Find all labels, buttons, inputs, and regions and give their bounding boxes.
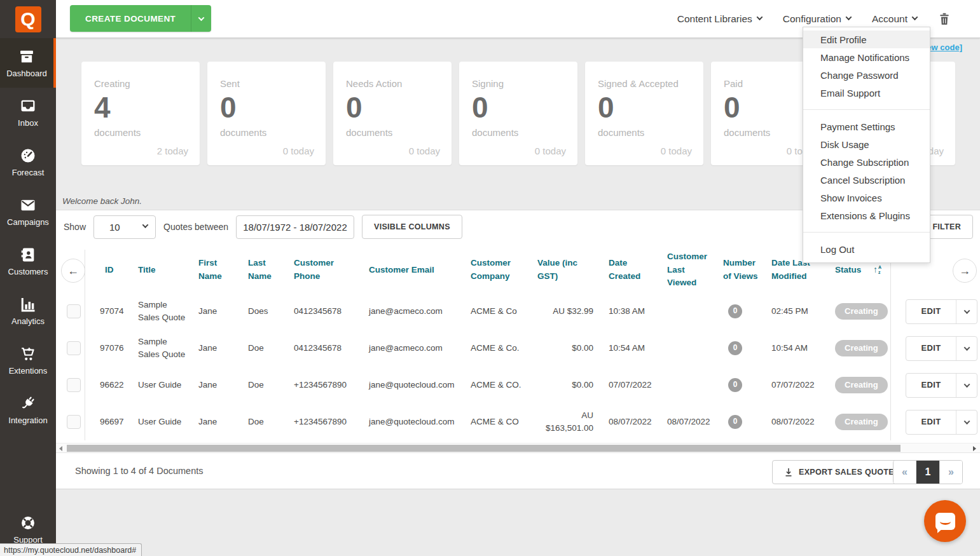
column-header-views[interactable]: Number of Views — [714, 257, 763, 283]
column-header-id[interactable]: ID — [85, 264, 129, 277]
date-range-input[interactable]: 18/07/1972 - 18/07/2022 — [236, 215, 354, 239]
app-logo[interactable]: Q — [0, 0, 56, 38]
sidebar-item-support[interactable]: Support — [0, 510, 56, 548]
edit-dropdown-toggle[interactable] — [956, 300, 977, 323]
scrollbar-left-arrow-icon[interactable] — [59, 446, 62, 451]
sidebar-item-customers[interactable]: Customers — [0, 236, 56, 286]
menu-divider — [803, 109, 930, 110]
column-header-first-name[interactable]: First Name — [190, 257, 239, 283]
pagination-current-page[interactable]: 1 — [916, 461, 939, 484]
sidebar-item-dashboard[interactable]: Dashboard — [0, 38, 56, 88]
edit-dropdown-toggle[interactable] — [956, 410, 977, 434]
pagination: « 1 » — [893, 460, 963, 484]
cell-id: 96697 — [85, 416, 129, 428]
nav-account[interactable]: Account — [872, 13, 917, 25]
cell-actions: EDIT — [890, 299, 980, 324]
sidebar-item-inbox[interactable]: Inbox — [0, 88, 56, 137]
row-checkbox[interactable] — [67, 378, 81, 392]
cell-last-name: Does — [239, 305, 285, 318]
menu-item-show-invoices[interactable]: Show Invoices — [803, 189, 930, 207]
menu-item-change-subscription[interactable]: Change Subscription — [803, 153, 930, 171]
edit-button[interactable]: EDIT — [906, 336, 977, 361]
table-row: 97076 Sample Sales Quote Jane Doe 041234… — [56, 330, 980, 367]
cell-email: jane@acmeco.com — [360, 305, 462, 318]
cell-value: $0.00 — [528, 379, 600, 391]
column-header-title[interactable]: Title — [129, 264, 190, 277]
account-dropdown-menu: Edit Profile Manage Notifications Change… — [803, 27, 930, 263]
pagination-prev-button[interactable]: « — [894, 461, 916, 484]
sidebar-item-label: Extentions — [9, 366, 48, 376]
stat-card-sent: Sent 0 documents 0 today — [207, 62, 326, 165]
menu-item-extensions-plugins[interactable]: Extensions & Plugins — [803, 207, 930, 224]
chat-launcher-button[interactable] — [924, 500, 966, 542]
export-sales-quotes-button[interactable]: EXPORT SALES QUOTES — [772, 460, 912, 484]
views-badge: 0 — [728, 304, 742, 318]
edit-dropdown-toggle[interactable] — [956, 374, 977, 397]
chevron-down-icon — [198, 15, 205, 21]
nav-content-libraries[interactable]: Content Libraries — [677, 13, 762, 25]
status-badge: Creating — [835, 303, 888, 320]
stat-card-signing: Signing 0 documents 0 today — [459, 62, 577, 165]
cell-views: 0 — [714, 341, 763, 355]
create-document-dropdown-toggle[interactable] — [191, 5, 211, 32]
sidebar-item-extentions[interactable]: Extentions — [0, 336, 56, 385]
cell-value: AU $32.99 — [528, 305, 600, 318]
page-size-select[interactable]: 10 — [93, 215, 156, 239]
menu-item-payment-settings[interactable]: Payment Settings — [803, 118, 930, 135]
edit-button[interactable]: EDIT — [906, 410, 977, 435]
menu-item-log-out[interactable]: Log Out — [803, 240, 930, 258]
gauge-icon — [19, 147, 37, 165]
row-select-cell — [56, 415, 85, 429]
menu-item-email-support[interactable]: Email Support — [803, 84, 930, 102]
column-header-customer-email[interactable]: Customer Email — [360, 264, 462, 277]
cell-id: 97076 — [85, 342, 129, 355]
menu-item-change-password[interactable]: Change Password — [803, 66, 930, 84]
cell-phone: 0412345678 — [285, 342, 360, 355]
row-checkbox[interactable] — [67, 304, 81, 318]
column-header-customer-company[interactable]: Customer Company — [462, 257, 528, 283]
column-header-last-viewed[interactable]: Customer Last Viewed — [658, 250, 714, 290]
edit-button[interactable]: EDIT — [906, 299, 977, 324]
card-unit: documents — [598, 127, 691, 138]
cell-date-created: 07/07/2022 — [600, 379, 658, 391]
sidebar-item-analytics[interactable]: Analytics — [0, 286, 56, 336]
column-header-status[interactable]: Status ↑ Az — [826, 263, 890, 277]
edit-button[interactable]: EDIT — [906, 373, 977, 398]
scroll-left-button[interactable]: ← — [61, 259, 85, 283]
cell-first-name: Jane — [190, 416, 239, 428]
nav-label: Content Libraries — [677, 13, 752, 25]
menu-item-manage-notifications[interactable]: Manage Notifications — [803, 48, 930, 66]
column-header-customer-phone[interactable]: Customer Phone — [285, 257, 360, 283]
sort-alphabetical-icon[interactable]: ↑ Az — [873, 263, 881, 277]
sidebar-item-integration[interactable]: Integration — [0, 385, 56, 435]
card-value: 0 — [598, 93, 691, 122]
column-header-last-name[interactable]: Last Name — [239, 257, 285, 283]
column-header-date-created[interactable]: Date Created — [600, 257, 658, 283]
sidebar-item-campaigns[interactable]: Campaigns — [0, 187, 56, 236]
scrollbar-thumb[interactable] — [67, 445, 901, 452]
menu-item-disk-usage[interactable]: Disk Usage — [803, 135, 930, 153]
edit-label: EDIT — [906, 410, 956, 434]
menu-item-cancel-subscription[interactable]: Cancel Subscription — [803, 171, 930, 189]
column-header-value[interactable]: Value (inc GST) — [528, 257, 600, 283]
trash-button[interactable] — [938, 12, 951, 26]
browser-status-url: https://my.quotecloud.net/dashboard# — [0, 543, 142, 556]
quotes-between-label: Quotes between — [163, 222, 228, 232]
row-checkbox[interactable] — [67, 341, 81, 355]
row-checkbox[interactable] — [67, 415, 81, 429]
create-document-button[interactable]: CREATE DOCUMENT — [70, 5, 211, 32]
edit-dropdown-toggle[interactable] — [956, 337, 977, 360]
visible-columns-button[interactable]: VISIBLE COLUMNS — [362, 215, 462, 239]
chat-bubble-icon — [935, 513, 955, 530]
views-badge: 0 — [728, 415, 742, 429]
sidebar-item-forecast[interactable]: Forecast — [0, 137, 56, 187]
card-unit: documents — [94, 127, 187, 138]
scroll-right-button[interactable]: → — [953, 259, 977, 283]
horizontal-scrollbar[interactable] — [56, 443, 980, 453]
menu-item-edit-profile[interactable]: Edit Profile — [803, 31, 930, 48]
pagination-next-button[interactable]: » — [939, 461, 962, 484]
scrollbar-right-arrow-icon[interactable] — [973, 446, 976, 451]
nav-configuration[interactable]: Configuration — [783, 13, 851, 25]
address-book-icon — [19, 246, 37, 264]
chevron-down-icon — [963, 381, 970, 388]
